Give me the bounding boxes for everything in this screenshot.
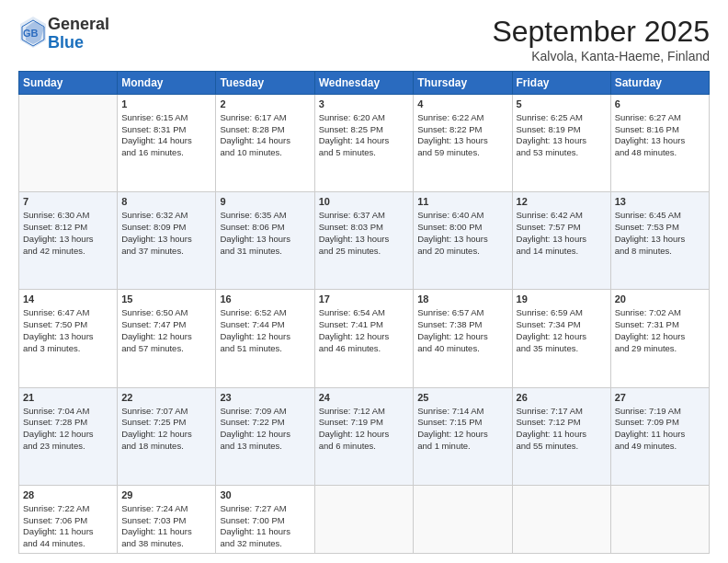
table-row: 13Sunrise: 6:45 AMSunset: 7:53 PMDayligh… bbox=[610, 192, 709, 290]
daylight-text: Daylight: 12 hours bbox=[517, 331, 607, 343]
table-row: 22Sunrise: 7:07 AMSunset: 7:25 PMDayligh… bbox=[118, 387, 216, 485]
day-number: 9 bbox=[220, 195, 310, 209]
sunrise-text: Sunrise: 6:22 AM bbox=[417, 112, 507, 124]
sunset-text: Sunset: 8:03 PM bbox=[319, 222, 410, 234]
col-thursday: Thursday bbox=[414, 72, 512, 95]
daylight-text: and 55 minutes. bbox=[517, 441, 607, 453]
daylight-text: Daylight: 13 hours bbox=[23, 331, 113, 343]
daylight-text: and 6 minutes. bbox=[319, 441, 410, 453]
location: Kalvola, Kanta-Haeme, Finland bbox=[492, 49, 710, 63]
daylight-text: Daylight: 11 hours bbox=[615, 429, 705, 441]
daylight-text: Daylight: 13 hours bbox=[220, 234, 310, 246]
daylight-text: Daylight: 14 hours bbox=[220, 135, 310, 147]
table-row bbox=[512, 485, 610, 553]
col-monday: Monday bbox=[118, 72, 216, 95]
day-number: 28 bbox=[23, 488, 113, 502]
table-row: 1Sunrise: 6:15 AMSunset: 8:31 PMDaylight… bbox=[118, 95, 216, 192]
day-number: 10 bbox=[319, 195, 410, 209]
table-row bbox=[314, 485, 414, 553]
daylight-text: Daylight: 12 hours bbox=[417, 331, 507, 343]
logo: GB General Blue bbox=[18, 15, 109, 53]
table-row bbox=[610, 485, 709, 553]
sunset-text: Sunset: 8:31 PM bbox=[121, 124, 211, 136]
table-row: 8Sunrise: 6:32 AMSunset: 8:09 PMDaylight… bbox=[118, 192, 216, 290]
sunrise-text: Sunrise: 7:02 AM bbox=[615, 307, 705, 319]
sunrise-text: Sunrise: 6:40 AM bbox=[417, 210, 507, 222]
sunrise-text: Sunrise: 6:52 AM bbox=[220, 307, 310, 319]
logo-text: General Blue bbox=[48, 16, 109, 52]
sunset-text: Sunset: 8:28 PM bbox=[220, 124, 310, 136]
sunrise-text: Sunrise: 6:27 AM bbox=[615, 112, 705, 124]
daylight-text: Daylight: 13 hours bbox=[319, 234, 410, 246]
sunset-text: Sunset: 7:57 PM bbox=[517, 222, 607, 234]
logo-general: General bbox=[48, 15, 109, 33]
table-row: 30Sunrise: 7:27 AMSunset: 7:00 PMDayligh… bbox=[216, 485, 314, 553]
daylight-text: and 40 minutes. bbox=[417, 343, 507, 355]
day-number: 3 bbox=[319, 98, 410, 111]
logo-blue: Blue bbox=[48, 33, 84, 52]
sunset-text: Sunset: 7:03 PM bbox=[121, 515, 211, 527]
day-number: 26 bbox=[517, 391, 607, 405]
calendar-week-row: 28Sunrise: 7:22 AMSunset: 7:06 PMDayligh… bbox=[19, 485, 710, 553]
col-sunday: Sunday bbox=[19, 72, 118, 95]
day-number: 15 bbox=[121, 293, 211, 306]
table-row: 14Sunrise: 6:47 AMSunset: 7:50 PMDayligh… bbox=[19, 290, 118, 387]
daylight-text: and 10 minutes. bbox=[220, 147, 310, 159]
sunrise-text: Sunrise: 6:30 AM bbox=[23, 210, 113, 222]
table-row: 9Sunrise: 6:35 AMSunset: 8:06 PMDaylight… bbox=[216, 192, 314, 290]
daylight-text: Daylight: 13 hours bbox=[517, 234, 607, 246]
sunrise-text: Sunrise: 6:37 AM bbox=[319, 210, 410, 222]
day-number: 6 bbox=[615, 98, 705, 111]
day-number: 22 bbox=[121, 391, 211, 405]
sunrise-text: Sunrise: 6:42 AM bbox=[517, 210, 607, 222]
daylight-text: and 59 minutes. bbox=[417, 147, 507, 159]
daylight-text: Daylight: 13 hours bbox=[23, 234, 113, 246]
table-row: 5Sunrise: 6:25 AMSunset: 8:19 PMDaylight… bbox=[512, 95, 610, 192]
sunrise-text: Sunrise: 7:09 AM bbox=[220, 406, 310, 418]
sunrise-text: Sunrise: 6:54 AM bbox=[319, 307, 410, 319]
table-row: 21Sunrise: 7:04 AMSunset: 7:28 PMDayligh… bbox=[19, 387, 118, 485]
sunset-text: Sunset: 7:53 PM bbox=[615, 222, 705, 234]
table-row bbox=[19, 95, 118, 192]
sunrise-text: Sunrise: 7:04 AM bbox=[23, 406, 113, 418]
table-row bbox=[414, 485, 512, 553]
sunset-text: Sunset: 8:00 PM bbox=[417, 222, 507, 234]
table-row: 28Sunrise: 7:22 AMSunset: 7:06 PMDayligh… bbox=[19, 485, 118, 553]
col-friday: Friday bbox=[512, 72, 610, 95]
table-row: 2Sunrise: 6:17 AMSunset: 8:28 PMDaylight… bbox=[216, 95, 314, 192]
calendar-header-row: Sunday Monday Tuesday Wednesday Thursday… bbox=[19, 72, 710, 95]
sunset-text: Sunset: 7:28 PM bbox=[23, 417, 113, 429]
daylight-text: Daylight: 12 hours bbox=[220, 331, 310, 343]
sunrise-text: Sunrise: 7:17 AM bbox=[517, 406, 607, 418]
day-number: 16 bbox=[220, 293, 310, 306]
table-row: 4Sunrise: 6:22 AMSunset: 8:22 PMDaylight… bbox=[414, 95, 512, 192]
sunrise-text: Sunrise: 7:24 AM bbox=[121, 503, 211, 515]
table-row: 15Sunrise: 6:50 AMSunset: 7:47 PMDayligh… bbox=[118, 290, 216, 387]
day-number: 29 bbox=[121, 488, 211, 502]
sunrise-text: Sunrise: 7:12 AM bbox=[319, 406, 410, 418]
day-number: 13 bbox=[615, 195, 705, 209]
daylight-text: Daylight: 14 hours bbox=[121, 135, 211, 147]
calendar: Sunday Monday Tuesday Wednesday Thursday… bbox=[18, 71, 710, 554]
sunrise-text: Sunrise: 6:20 AM bbox=[319, 112, 410, 124]
sunrise-text: Sunrise: 6:57 AM bbox=[417, 307, 507, 319]
daylight-text: and 8 minutes. bbox=[615, 246, 705, 258]
sunset-text: Sunset: 7:15 PM bbox=[417, 417, 507, 429]
day-number: 18 bbox=[417, 293, 507, 306]
sunset-text: Sunset: 7:09 PM bbox=[615, 417, 705, 429]
day-number: 2 bbox=[220, 98, 310, 111]
daylight-text: and 31 minutes. bbox=[220, 246, 310, 258]
day-number: 30 bbox=[220, 488, 310, 502]
daylight-text: and 37 minutes. bbox=[121, 246, 211, 258]
daylight-text: and 53 minutes. bbox=[517, 147, 607, 159]
daylight-text: Daylight: 13 hours bbox=[615, 135, 705, 147]
day-number: 23 bbox=[220, 391, 310, 405]
sunrise-text: Sunrise: 7:07 AM bbox=[121, 406, 211, 418]
sunset-text: Sunset: 8:16 PM bbox=[615, 124, 705, 136]
page: GB General Blue September 2025 Kalvola, … bbox=[0, 0, 728, 563]
daylight-text: and 46 minutes. bbox=[319, 343, 410, 355]
daylight-text: Daylight: 14 hours bbox=[319, 135, 410, 147]
sunrise-text: Sunrise: 7:27 AM bbox=[220, 503, 310, 515]
daylight-text: and 1 minute. bbox=[417, 441, 507, 453]
sunset-text: Sunset: 7:41 PM bbox=[319, 319, 410, 331]
